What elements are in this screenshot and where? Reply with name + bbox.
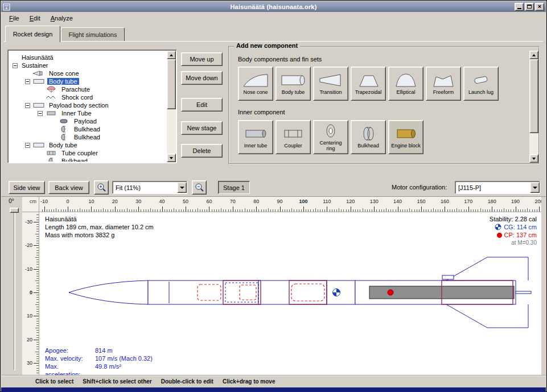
- tree-scroll-thumb[interactable]: [167, 59, 176, 109]
- scroll-up-icon[interactable]: [529, 51, 538, 59]
- chevron-down-icon[interactable]: [530, 182, 540, 193]
- tree-item-payload-body-section[interactable]: Payload body section: [9, 101, 167, 109]
- add-component-title: Add new component: [234, 42, 300, 49]
- collapse-icon[interactable]: [38, 111, 43, 116]
- palette-scrollbar[interactable]: [529, 51, 538, 163]
- expander-spacer: [13, 55, 18, 60]
- tree-item-payload[interactable]: Payload: [9, 117, 167, 125]
- hint-double-click: Double-click to edit: [161, 378, 213, 385]
- menu-analyze[interactable]: Analyze: [46, 13, 77, 23]
- flight-stats: Apogee:814 m Max. velocity:107 m/s (Mach…: [45, 346, 153, 375]
- rotation-slider[interactable]: [9, 208, 20, 372]
- inner-tube-icon: [242, 126, 269, 142]
- cg-legend-icon: [495, 224, 501, 230]
- delete-button[interactable]: Delete: [181, 144, 223, 158]
- tree-item-label: Tube coupler: [60, 150, 100, 156]
- palette-button-label: Freeform: [433, 90, 454, 96]
- add-inner-tube-button[interactable]: Inner tube: [238, 120, 273, 154]
- tree-item-body-tube[interactable]: Body tube: [9, 141, 167, 149]
- add-launch-lug-button[interactable]: Launch lug: [463, 67, 499, 101]
- fin-side-shape: [516, 291, 531, 294]
- back-view-button[interactable]: Back view: [48, 181, 89, 194]
- ruler-unit: cm: [22, 197, 39, 212]
- tree-item-label: Body tube: [47, 78, 79, 85]
- cp-legend-icon: [497, 233, 502, 238]
- tree-item-label: Parachute: [60, 86, 92, 93]
- tree-item-inner-tube[interactable]: Inner Tube: [9, 109, 167, 117]
- menu-file[interactable]: File: [5, 13, 24, 23]
- bulkhead-icon: [57, 134, 70, 141]
- rotation-slider-handle[interactable]: [10, 208, 19, 213]
- short-tube-shape: [327, 280, 355, 304]
- palette-scroll-thumb[interactable]: [529, 59, 538, 133]
- zoom-out-button[interactable]: [192, 180, 207, 195]
- transition-icon: [318, 72, 344, 88]
- close-button[interactable]: ×: [535, 3, 544, 11]
- side-view-button[interactable]: Side view: [9, 181, 45, 194]
- palette-group-1-label: Inner component: [238, 109, 285, 115]
- add-freeform-button[interactable]: Freeform: [426, 67, 461, 101]
- tree-item-bulkhead[interactable]: Bulkhead: [9, 157, 167, 162]
- collapse-icon[interactable]: [25, 143, 30, 148]
- edit-button[interactable]: Edit: [181, 98, 223, 112]
- palette-button-label: Engine block: [391, 143, 421, 149]
- body-tube-1-shape: [148, 280, 258, 304]
- tree-item-label: Sustainer: [20, 62, 50, 69]
- collapse-icon[interactable]: [25, 79, 30, 84]
- tree-scrollbar[interactable]: [167, 51, 176, 162]
- collapse-icon[interactable]: [25, 103, 30, 108]
- collapse-icon[interactable]: [13, 63, 18, 68]
- menu-edit[interactable]: Edit: [25, 13, 45, 23]
- tree-item-shock-cord[interactable]: Shock cord: [9, 93, 167, 101]
- minimize-button[interactable]: [515, 3, 524, 11]
- scroll-up-icon[interactable]: [167, 51, 176, 59]
- tree-item-nose-cone[interactable]: Nose cone: [9, 69, 167, 77]
- stage-1-toggle[interactable]: Stage 1: [218, 181, 250, 194]
- zoom-in-button[interactable]: [94, 180, 109, 195]
- motor-configuration-select[interactable]: [J115-P]: [455, 181, 540, 194]
- add-coupler-button[interactable]: Coupler: [275, 120, 311, 154]
- maximize-button[interactable]: [525, 3, 534, 11]
- tree-item-body-tube[interactable]: Body tube: [9, 77, 167, 85]
- move-down-button[interactable]: Move down: [181, 71, 223, 85]
- scroll-down-icon[interactable]: [529, 154, 538, 163]
- palette-button-label: Bulkhead: [357, 143, 379, 149]
- zoom-level-select[interactable]: Fit (11%): [112, 181, 187, 194]
- palette-row-1: Inner tubeCouplerCentering ringBulkheadE…: [238, 120, 423, 154]
- tab-flight-simulations[interactable]: Flight simulations: [61, 27, 125, 41]
- fin-bottom-shape: [446, 304, 528, 328]
- move-up-button[interactable]: Move up: [181, 52, 223, 66]
- launch-lug-shape: [442, 275, 454, 279]
- add-body-tube-button[interactable]: Body tube: [275, 67, 311, 101]
- launch-lug-icon: [468, 72, 494, 88]
- add-engine-block-button[interactable]: Engine block: [388, 120, 423, 154]
- scroll-down-icon[interactable]: [167, 154, 176, 162]
- palette-row-0: Nose coneBody tubeTransitionTrapezoidalE…: [238, 67, 499, 101]
- titlebar: Haisunäätä (haisunaata.ork) ×: [1, 1, 546, 12]
- expander-spacer: [38, 95, 43, 100]
- tree-item-sustainer[interactable]: Sustainer: [9, 61, 167, 69]
- component-tree: HaisunäätäSustainerNose coneBody tubePar…: [9, 51, 167, 162]
- chevron-down-icon[interactable]: [177, 182, 187, 193]
- mach-condition: at M=0.30: [490, 239, 537, 247]
- tree-item-tube-coupler[interactable]: Tube coupler: [9, 149, 167, 157]
- expander-spacer: [50, 119, 55, 124]
- add-transition-button[interactable]: Transition: [313, 67, 348, 101]
- new-stage-button[interactable]: New stage: [181, 121, 223, 135]
- add-centering-ring-button[interactable]: Centering ring: [313, 120, 348, 154]
- tree-item-parachute[interactable]: Parachute: [9, 85, 167, 93]
- cp-marker: [388, 290, 393, 295]
- add-nose-cone-button[interactable]: Nose cone: [238, 67, 273, 101]
- palette-group-0-label: Body components and fin sets: [238, 56, 322, 63]
- add-bulkhead-button[interactable]: Bulkhead: [351, 120, 386, 154]
- tree-item-haisun-t-[interactable]: Haisunäätä: [9, 53, 167, 61]
- app-window: Haisunäätä (haisunaata.ork) × File Edit …: [0, 0, 547, 392]
- add-trapezoidal-button[interactable]: Trapezoidal: [351, 67, 386, 101]
- coupler-icon: [280, 126, 306, 142]
- tab-rocket-design[interactable]: Rocket design: [5, 26, 60, 42]
- tree-item-bulkhead[interactable]: Bulkhead: [9, 133, 167, 141]
- palette-button-label: Coupler: [284, 143, 302, 149]
- add-elliptical-button[interactable]: Elliptical: [388, 67, 423, 101]
- rocket-canvas[interactable]: Haisunäätä Length 189 cm, max. diameter …: [39, 212, 541, 375]
- tree-item-bulkhead[interactable]: Bulkhead: [9, 125, 167, 133]
